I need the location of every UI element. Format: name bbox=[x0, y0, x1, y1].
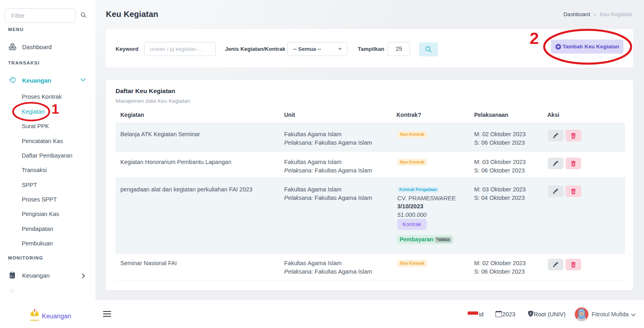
svg-text:UNSIKA: UNSIKA bbox=[30, 319, 39, 322]
